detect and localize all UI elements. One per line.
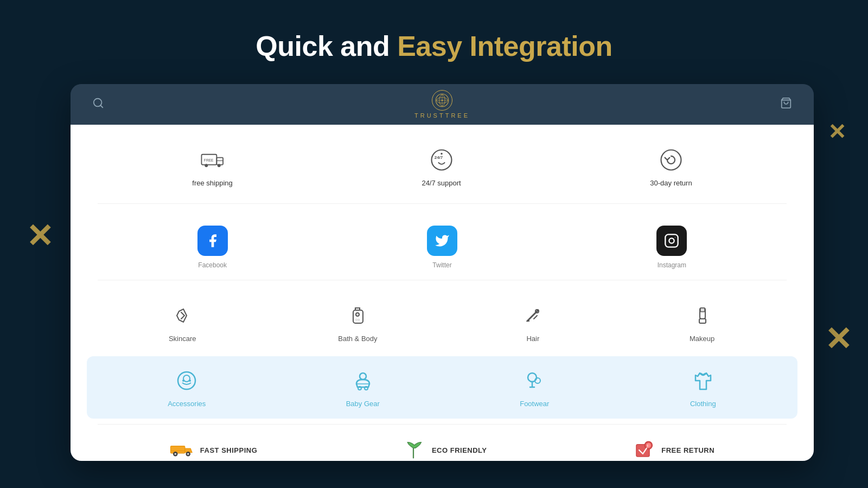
decorative-x-left: ✕	[26, 217, 53, 255]
skincare-label: Skincare	[169, 335, 196, 343]
free-return-icon: !	[631, 438, 655, 461]
svg-point-33	[360, 373, 366, 380]
svg-point-18	[661, 150, 681, 170]
heading-highlight: Easy Integration	[397, 30, 612, 62]
svg-text:24/7: 24/7	[434, 155, 443, 160]
baby-gear-label: Baby Gear	[346, 400, 380, 408]
accessories-icon	[173, 367, 200, 394]
bath-body-label: Bath & Body	[338, 335, 377, 343]
svg-point-21	[675, 237, 675, 237]
category-hair[interactable]: Hair	[519, 302, 546, 343]
fast-shipping-label: FAST SHIPPING	[200, 446, 257, 454]
feature-free-shipping: FREE free shipping	[192, 146, 232, 187]
svg-point-31	[182, 380, 184, 382]
category-row-2: Accessories Baby Gear	[87, 356, 797, 419]
clothing-label: Clothing	[690, 400, 716, 408]
svg-text:!: !	[647, 444, 648, 448]
page-heading: Quick and Easy Integration	[0, 0, 868, 84]
store-navbar: TRUSTTREE	[71, 84, 814, 125]
category-accessories[interactable]: Accessories	[168, 367, 206, 408]
skincare-icon	[169, 302, 196, 329]
features-row: FREE free shipping 24/7	[98, 141, 787, 204]
svg-point-12	[205, 164, 208, 167]
free-return-label: FREE RETURN	[661, 446, 714, 454]
category-baby-gear[interactable]: Baby Gear	[346, 367, 380, 408]
fast-shipping-icon	[170, 438, 194, 461]
svg-point-34	[358, 387, 361, 390]
svg-point-17	[441, 153, 443, 155]
support-icon: 24/7	[428, 146, 455, 174]
facebook-label: Facebook	[198, 261, 227, 269]
category-row-1: Skincare ○○ Bath & Body	[98, 291, 787, 354]
brand-logo-area: TRUSTTREE	[414, 90, 470, 119]
svg-text:○○: ○○	[355, 318, 360, 322]
hair-icon	[519, 302, 546, 329]
cart-icon[interactable]	[780, 97, 792, 112]
svg-rect-10	[216, 158, 223, 165]
category-bath-body[interactable]: ○○ Bath & Body	[338, 302, 377, 343]
return-label: 30-day return	[650, 179, 692, 187]
facebook-icon	[197, 226, 228, 256]
instagram-icon	[656, 226, 687, 256]
footwear-icon	[521, 367, 548, 394]
social-twitter[interactable]: Twitter	[427, 226, 457, 269]
svg-point-29	[178, 372, 195, 389]
feature-support: 24/7 24/7 support	[422, 146, 461, 187]
svg-point-23	[356, 313, 359, 316]
makeup-label: Makeup	[690, 335, 714, 343]
svg-rect-39	[170, 446, 184, 453]
brand-logo	[432, 90, 452, 111]
svg-rect-27	[700, 308, 705, 312]
decorative-x-right-top: ✕	[828, 119, 846, 144]
heading-part1: Quick and	[256, 30, 397, 62]
twitter-icon	[427, 226, 457, 256]
svg-point-20	[669, 238, 674, 243]
twitter-label: Twitter	[432, 261, 451, 269]
support-label: 24/7 support	[422, 179, 461, 187]
category-clothing[interactable]: Clothing	[690, 367, 717, 408]
category-skincare[interactable]: Skincare	[169, 302, 196, 343]
instagram-label: Instagram	[658, 261, 686, 269]
eco-friendly-label: ECO FRIENDLY	[432, 446, 487, 454]
svg-point-43	[187, 453, 189, 455]
eco-friendly-icon	[401, 438, 425, 461]
search-icon[interactable]	[92, 97, 104, 112]
svg-point-41	[175, 453, 176, 455]
footwear-label: Footwear	[520, 400, 549, 408]
baby-gear-icon	[349, 367, 376, 394]
social-row: Facebook Twitter Insta	[98, 215, 787, 280]
svg-point-35	[365, 387, 368, 390]
svg-point-13	[217, 164, 220, 167]
store-window: TRUSTTREE FREE	[71, 84, 814, 461]
bath-body-icon: ○○	[344, 302, 371, 329]
social-instagram[interactable]: Instagram	[656, 226, 687, 269]
hair-label: Hair	[526, 335, 539, 343]
svg-point-32	[189, 380, 191, 382]
category-makeup[interactable]: Makeup	[688, 302, 716, 343]
makeup-icon	[688, 302, 716, 329]
brand-name: TRUSTTREE	[414, 112, 470, 119]
decorative-x-right-bottom: ✕	[825, 320, 852, 358]
bottom-features: FAST SHIPPING ECO FRIENDLY	[98, 424, 787, 461]
free-shipping-icon: FREE	[199, 146, 226, 174]
svg-rect-28	[699, 319, 706, 323]
free-shipping-label: free shipping	[192, 179, 232, 187]
return-icon	[658, 146, 685, 174]
bottom-free-return: ! FREE RETURN	[631, 438, 714, 461]
store-content: FREE free shipping 24/7	[71, 125, 814, 461]
social-facebook[interactable]: Facebook	[197, 226, 228, 269]
bottom-eco-friendly: ECO FRIENDLY	[401, 438, 487, 461]
clothing-icon	[690, 367, 717, 394]
category-footwear[interactable]: Footwear	[520, 367, 549, 408]
svg-line-1	[100, 105, 103, 107]
svg-text:FREE: FREE	[203, 158, 213, 162]
feature-return: 30-day return	[650, 146, 692, 187]
accessories-label: Accessories	[168, 400, 206, 408]
bottom-fast-shipping: FAST SHIPPING	[170, 438, 257, 461]
svg-rect-19	[666, 234, 678, 247]
